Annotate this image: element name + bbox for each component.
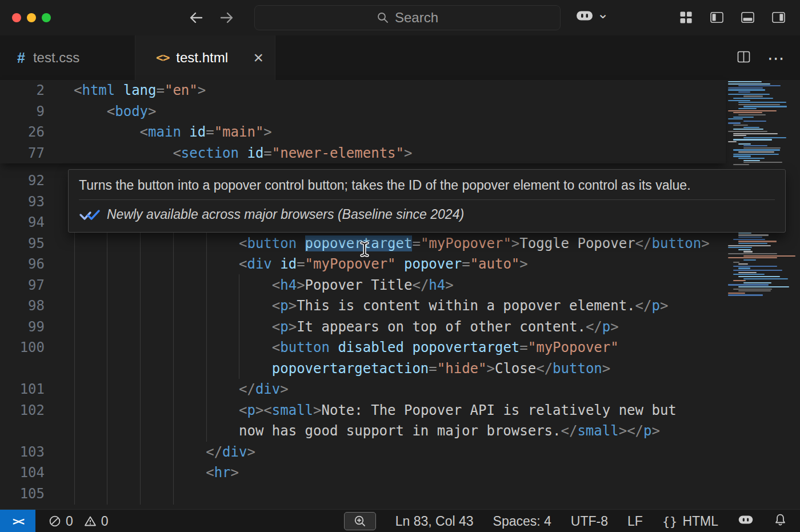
minimap-line xyxy=(743,282,771,283)
code-line-102[interactable]: now has good support in major browsers.<… xyxy=(0,421,726,442)
minimap-line xyxy=(728,118,743,119)
code-token xyxy=(181,124,189,140)
code-text: <body> xyxy=(74,101,157,122)
sticky-line-77[interactable]: 77<section id="newer-elements"> xyxy=(0,143,726,164)
remote-indicator[interactable]: >< xyxy=(0,510,35,532)
code-token: h4 xyxy=(429,277,445,293)
sticky-line-9[interactable]: 9<body> xyxy=(0,101,726,122)
code-line-98[interactable]: 98<p>This is content within a popover el… xyxy=(0,295,726,317)
line-number: 98 xyxy=(0,295,45,317)
code-line-100[interactable]: 100<button disabled popovertarget="myPop… xyxy=(0,337,726,358)
window-minimize-button[interactable] xyxy=(27,13,36,22)
minimap-line xyxy=(733,112,762,113)
tab-test-html[interactable]: <> test.html × xyxy=(135,35,275,80)
forward-button[interactable] xyxy=(218,9,235,26)
more-actions-button[interactable]: ⋯ xyxy=(767,48,785,68)
copilot-status-button[interactable] xyxy=(738,514,754,529)
line-number: 96 xyxy=(0,254,45,275)
eol-selector[interactable]: LF xyxy=(627,514,643,529)
minimap-line xyxy=(728,245,771,246)
code-token: > xyxy=(280,381,288,397)
code-token: < xyxy=(272,319,280,335)
code-token: </ xyxy=(561,423,578,439)
code-token: </ xyxy=(412,277,429,293)
search-input[interactable]: Search xyxy=(254,5,561,30)
arrow-right-icon xyxy=(218,9,235,26)
code-line-100[interactable]: popovertargetaction="hide">Close</button… xyxy=(0,358,726,379)
notifications-bell-button[interactable] xyxy=(773,513,787,530)
code-token: "auto" xyxy=(470,256,520,272)
window-zoom-button[interactable] xyxy=(42,13,51,22)
back-button[interactable] xyxy=(187,9,205,26)
code-token: < xyxy=(272,339,280,355)
minimap-line xyxy=(738,272,757,273)
search-placeholder: Search xyxy=(395,10,438,26)
problems-indicator[interactable]: 0 0 xyxy=(48,510,109,532)
code-token: Close xyxy=(495,361,536,377)
sticky-line-26[interactable]: 26<main id="main"> xyxy=(0,122,726,143)
minimap-line xyxy=(733,280,746,281)
tab-test-css[interactable]: # test.css xyxy=(0,35,135,80)
code-token: p xyxy=(602,319,610,335)
language-selector[interactable]: {} HTML xyxy=(662,514,718,529)
minimap-line xyxy=(738,85,781,86)
minimap-line xyxy=(738,234,769,235)
minimap-line xyxy=(733,149,780,150)
toggle-secondary-sidebar-button[interactable] xyxy=(771,10,786,27)
sticky-line-2[interactable]: 2<html lang="en"> xyxy=(0,80,726,101)
code-token: button xyxy=(652,235,702,251)
code-line-103[interactable]: 103</div> xyxy=(0,442,726,463)
code-token: < xyxy=(140,124,148,140)
code-token: h4 xyxy=(280,277,297,293)
code-token: < xyxy=(74,82,82,98)
code-line-105[interactable]: 105 xyxy=(0,483,726,505)
toggle-panel-button[interactable] xyxy=(740,10,755,27)
code-token: id xyxy=(280,256,297,272)
minimap-line xyxy=(743,145,767,146)
line-number: 95 xyxy=(0,233,45,254)
code-token: < xyxy=(239,256,247,272)
zoom-indicator[interactable] xyxy=(344,512,376,530)
code-token xyxy=(115,82,123,98)
minimap[interactable] xyxy=(726,80,800,509)
code-token: "newer-elements" xyxy=(272,145,404,161)
code-line-101[interactable]: 101</div> xyxy=(0,379,726,400)
code-token: button xyxy=(280,339,330,355)
customize-layout-button[interactable] xyxy=(678,10,694,27)
code-token: button xyxy=(553,361,602,377)
code-line-97[interactable]: 97<h4>Popover Title</h4> xyxy=(0,275,726,296)
code-token: "main" xyxy=(214,124,264,140)
panel-bottom-icon xyxy=(740,10,755,25)
code-token: > xyxy=(445,277,453,293)
copilot-icon xyxy=(575,9,594,22)
error-count: 0 xyxy=(66,514,73,529)
minimap-line xyxy=(738,267,750,269)
minimap-line xyxy=(733,98,773,99)
search-icon xyxy=(377,11,389,24)
cursor-position[interactable]: Ln 83, Col 43 xyxy=(395,514,474,529)
braces-icon: {} xyxy=(662,514,678,529)
code-text: <div id="myPopover" popover="auto"> xyxy=(74,254,528,275)
tab-close-button[interactable]: × xyxy=(253,49,263,66)
code-line-104[interactable]: 104<hr> xyxy=(0,462,726,483)
code-text: <main id="main"> xyxy=(74,122,272,143)
toggle-primary-sidebar-button[interactable] xyxy=(709,10,725,27)
code-token xyxy=(330,339,338,355)
code-line-102[interactable]: 102<p><small>Note: The Popover API is re… xyxy=(0,400,726,421)
minimap-line xyxy=(738,151,774,153)
code-token: > xyxy=(247,444,255,460)
code-text: </div> xyxy=(74,442,255,463)
split-editor-button[interactable] xyxy=(736,49,751,67)
code-token: small xyxy=(272,402,313,418)
minimap-line xyxy=(733,129,763,130)
code-token: > xyxy=(701,235,709,251)
encoding-selector[interactable]: UTF-8 xyxy=(571,514,608,529)
window-close-button[interactable] xyxy=(12,13,21,22)
code-line-99[interactable]: 99<p>It appears on top of other content.… xyxy=(0,317,726,338)
code-token xyxy=(272,256,280,272)
minimap-line xyxy=(743,106,787,107)
code-token: < xyxy=(206,465,214,481)
code-token: < xyxy=(272,277,280,293)
copilot-menu-button[interactable]: ⌄ xyxy=(575,9,609,22)
indentation-selector[interactable]: Spaces: 4 xyxy=(493,514,551,529)
